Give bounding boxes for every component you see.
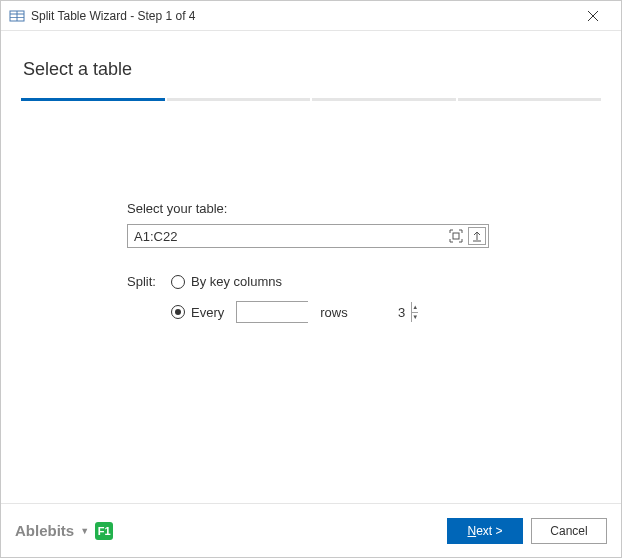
radio-icon (171, 275, 185, 289)
spinner-up-button[interactable]: ▲ (412, 302, 418, 313)
progress-step-1 (21, 98, 165, 101)
progress-step-2 (167, 98, 311, 101)
split-row-key-columns: Split: By key columns (127, 274, 601, 289)
select-table-label: Select your table: (127, 201, 601, 216)
expand-icon (471, 230, 483, 242)
progress-step-4 (458, 98, 602, 101)
brand-text: Ablebits (15, 522, 74, 539)
select-range-icon (449, 229, 463, 243)
brand-dropdown[interactable]: Ablebits ▼ (15, 522, 89, 539)
split-section: Split: By key columns Every (127, 274, 601, 323)
radio-label: By key columns (191, 274, 282, 289)
cancel-button[interactable]: Cancel (531, 518, 607, 544)
titlebar: Split Table Wizard - Step 1 of 4 (1, 1, 621, 31)
window-title: Split Table Wizard - Step 1 of 4 (31, 9, 573, 23)
radio-label: Every (191, 305, 224, 320)
app-icon (9, 8, 25, 24)
range-input[interactable] (128, 225, 445, 247)
rows-suffix: rows (320, 305, 347, 320)
wizard-window: Split Table Wizard - Step 1 of 4 Select … (0, 0, 622, 558)
radio-by-key-columns[interactable]: By key columns (171, 274, 282, 289)
expand-range-button[interactable] (468, 227, 486, 245)
page-heading: Select a table (23, 59, 601, 80)
footer: Ablebits ▼ F1 Next > Cancel (1, 503, 621, 557)
radio-icon (171, 305, 185, 319)
rows-spinner: ▲ ▼ (236, 301, 308, 323)
progress-step-3 (312, 98, 456, 101)
content-area: Select a table Select your table: (1, 31, 621, 503)
help-button[interactable]: F1 (95, 522, 113, 540)
range-input-group (127, 224, 489, 248)
next-button[interactable]: Next > (447, 518, 523, 544)
radio-every[interactable]: Every (171, 305, 224, 320)
split-label: Split: (127, 274, 163, 289)
progress-bar (21, 98, 601, 101)
spinner-buttons: ▲ ▼ (411, 302, 418, 322)
select-range-button[interactable] (446, 226, 466, 246)
close-button[interactable] (573, 2, 613, 30)
chevron-down-icon: ▼ (80, 526, 89, 536)
svg-rect-6 (453, 233, 459, 239)
spinner-down-button[interactable]: ▼ (412, 313, 418, 323)
close-icon (588, 11, 598, 21)
form-area: Select your table: (21, 141, 601, 335)
split-row-every: Every ▲ ▼ rows (127, 301, 601, 323)
